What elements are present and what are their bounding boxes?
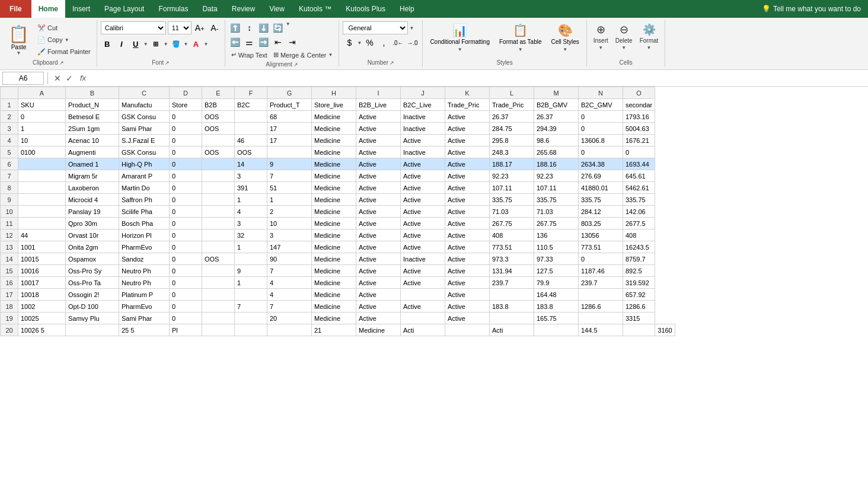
col-header-a[interactable]: A	[18, 87, 66, 99]
cell[interactable]: Active	[356, 301, 401, 313]
cell[interactable]: Active	[445, 313, 490, 324]
cell[interactable]: Medicine	[312, 277, 356, 289]
cell[interactable]	[202, 324, 235, 336]
cell[interactable]: OOS	[235, 146, 267, 158]
cell[interactable]: 0	[170, 277, 202, 289]
fill-dropdown[interactable]: ▼	[184, 42, 189, 47]
cell[interactable]	[235, 324, 267, 336]
cell[interactable]: Medicine	[312, 135, 356, 146]
cell[interactable]: Active	[401, 265, 445, 277]
cell[interactable]: 3315	[623, 313, 655, 324]
cell[interactable]: Store_live	[312, 99, 356, 111]
cell[interactable]: Oss-Pro Sy	[66, 265, 119, 277]
cell[interactable]	[202, 301, 235, 313]
cell[interactable]: 1676.21	[623, 135, 655, 146]
cell[interactable]: 144.5	[579, 324, 623, 336]
cell[interactable]: 68	[267, 111, 312, 123]
cell[interactable]: Active	[445, 146, 490, 158]
cell[interactable]: Sandoz	[119, 253, 170, 265]
conditional-formatting-button[interactable]: 📊 Conditional Formatting ▼	[426, 21, 493, 54]
cell[interactable]: 0	[170, 301, 202, 313]
cell[interactable]	[202, 158, 235, 170]
cell[interactable]: 0	[170, 123, 202, 135]
cell[interactable]: OOS	[202, 253, 235, 265]
cell[interactable]: Augmenti	[66, 146, 119, 158]
cell[interactable]: 92.23	[490, 170, 534, 182]
cell[interactable]: 319.592	[623, 277, 655, 289]
cell[interactable]: Active	[401, 158, 445, 170]
cell[interactable]: Medicine	[312, 253, 356, 265]
cell[interactable]: Acti	[490, 324, 534, 336]
cell[interactable]: 657.92	[623, 289, 655, 301]
clipboard-dialog-icon[interactable]: ↗	[59, 60, 64, 66]
cell[interactable]	[202, 194, 235, 206]
cell[interactable]: Medicine	[312, 182, 356, 194]
cell[interactable]: 136	[534, 229, 579, 241]
cell[interactable]: 391	[235, 182, 267, 194]
cell[interactable]: 2634.38	[579, 158, 623, 170]
col-header-d[interactable]: D	[170, 87, 202, 99]
cancel-formula-icon[interactable]: ✕	[54, 74, 61, 83]
cell[interactable]: Active	[356, 289, 401, 301]
cell[interactable]: Neutro Ph	[119, 277, 170, 289]
cell[interactable]: 10	[18, 135, 66, 146]
cell[interactable]	[18, 194, 66, 206]
cell[interactable]: 0	[170, 253, 202, 265]
col-header-l[interactable]: L	[490, 87, 534, 99]
cell[interactable]	[202, 135, 235, 146]
cell[interactable]: Active	[445, 135, 490, 146]
align-bottom-button[interactable]: ⬇️	[257, 21, 270, 34]
cell[interactable]: Active	[356, 241, 401, 253]
cell[interactable]: 4	[235, 206, 267, 218]
cell[interactable]: PharmEvo	[119, 301, 170, 313]
cell[interactable]	[18, 182, 66, 194]
cell[interactable]: Active	[356, 229, 401, 241]
copy-button[interactable]: 📄 Copy ▼	[35, 35, 93, 45]
col-header-f[interactable]: F	[235, 87, 267, 99]
align-top-button[interactable]: ⬆️	[229, 21, 242, 34]
cell[interactable]	[202, 218, 235, 229]
cell[interactable]: 25 5	[119, 324, 170, 336]
merge-dropdown[interactable]: ▼	[328, 52, 333, 58]
cell[interactable]: Active	[445, 265, 490, 277]
cell[interactable]: Scilife Pha	[119, 206, 170, 218]
cell[interactable]: 408	[490, 229, 534, 241]
wrap-text-button[interactable]: ↵ Wrap Text	[229, 50, 270, 60]
cell[interactable]: Bosch Pha	[119, 218, 170, 229]
cell[interactable]: 7	[267, 265, 312, 277]
cell[interactable]: Medicine	[312, 158, 356, 170]
cell[interactable]: 5004.63	[623, 123, 655, 135]
cell[interactable]: OOS	[202, 111, 235, 123]
cell[interactable]: 276.69	[579, 170, 623, 182]
cell[interactable]: B2C_GMV	[579, 99, 623, 111]
tab-review[interactable]: Review	[225, 0, 262, 18]
cell[interactable]: B2B_Live	[356, 99, 401, 111]
cell[interactable]: 7	[235, 301, 267, 313]
format-button[interactable]: ⚙️ Format ▼	[637, 21, 662, 52]
cell[interactable]: 1693.44	[623, 158, 655, 170]
cell[interactable]: 239.7	[579, 277, 623, 289]
col-header-b[interactable]: B	[66, 87, 119, 99]
cell[interactable]: 0	[579, 111, 623, 123]
cell[interactable]: 107.11	[534, 182, 579, 194]
cell[interactable]	[490, 289, 534, 301]
cell[interactable]: 44	[18, 229, 66, 241]
cell[interactable]	[18, 170, 66, 182]
cell[interactable]: 4	[267, 277, 312, 289]
cell[interactable]	[401, 289, 445, 301]
cell[interactable]: 21	[312, 324, 356, 336]
cell[interactable]: Active	[445, 301, 490, 313]
cell[interactable]: Medicine	[312, 206, 356, 218]
cell[interactable]	[235, 313, 267, 324]
col-header-i[interactable]: I	[356, 87, 401, 99]
cell[interactable]	[202, 313, 235, 324]
bold-button[interactable]: B	[101, 37, 114, 50]
cell[interactable]: Medicine	[312, 146, 356, 158]
cell[interactable]	[267, 324, 312, 336]
cell[interactable]: S.J.Fazal E	[119, 135, 170, 146]
cell[interactable]: Active	[445, 111, 490, 123]
conditional-dropdown[interactable]: ▼	[458, 47, 462, 52]
cell[interactable]	[202, 277, 235, 289]
cell[interactable]	[579, 289, 623, 301]
cell[interactable]: Active	[401, 301, 445, 313]
